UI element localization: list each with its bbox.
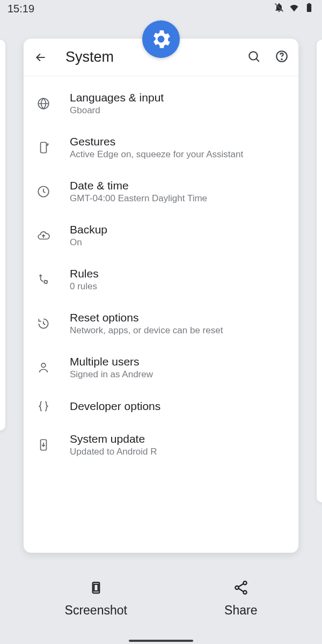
- braces-icon: [35, 399, 52, 413]
- item-texts: Reset optionsNetwork, apps, or device ca…: [70, 311, 287, 336]
- svg-point-9: [45, 281, 47, 283]
- item-texts: Developer options: [70, 400, 287, 413]
- rules-icon: [35, 273, 52, 287]
- share-icon: [233, 580, 249, 599]
- phone-down-icon: [35, 438, 52, 452]
- settings-item-multiple-users[interactable]: Multiple usersSigned in as Andrew: [24, 346, 298, 390]
- settings-item-date-time[interactable]: Date & timeGMT-04:00 Eastern Daylight Ti…: [24, 170, 298, 214]
- settings-item-backup[interactable]: BackupOn: [24, 214, 298, 258]
- settings-item-languages-input[interactable]: Languages & inputGboard: [24, 82, 298, 126]
- item-label: Rules: [70, 267, 287, 280]
- settings-app-icon: [142, 20, 180, 58]
- next-card-peek[interactable]: [317, 40, 322, 502]
- nav-handle[interactable]: [129, 640, 193, 642]
- help-button[interactable]: [275, 49, 289, 65]
- item-label: Backup: [70, 223, 287, 236]
- item-texts: Rules0 rules: [70, 267, 287, 292]
- history-icon: [35, 317, 52, 331]
- settings-item-reset-options[interactable]: Reset optionsNetwork, apps, or device ca…: [24, 302, 298, 346]
- item-subtitle: Signed in as Andrew: [70, 369, 287, 380]
- screenshot-button[interactable]: Screenshot: [65, 580, 127, 618]
- battery-icon: [304, 2, 314, 16]
- recents-actions: Screenshot Share: [0, 569, 322, 628]
- screenshot-label: Screenshot: [65, 603, 127, 618]
- person-icon: [35, 361, 52, 375]
- back-button[interactable]: [33, 50, 48, 65]
- item-subtitle: Active Edge on, squeeze for your Assista…: [70, 149, 287, 160]
- item-texts: Date & timeGMT-04:00 Eastern Daylight Ti…: [70, 179, 287, 204]
- wifi-icon: [289, 2, 299, 16]
- item-label: Languages & input: [70, 91, 287, 104]
- svg-rect-6: [41, 142, 47, 153]
- system-settings-card: System Languages & inputGboardGesturesAc…: [24, 39, 298, 553]
- status-time: 15:19: [8, 3, 34, 15]
- screenshot-icon: [88, 580, 104, 599]
- item-subtitle: Gboard: [70, 105, 287, 116]
- status-icons: [274, 2, 314, 16]
- recents-stack: System Languages & inputGboardGesturesAc…: [0, 39, 322, 553]
- previous-card-peek[interactable]: [0, 40, 5, 430]
- item-subtitle: Network, apps, or device can be reset: [70, 325, 287, 336]
- item-label: Multiple users: [70, 355, 287, 368]
- svg-point-4: [281, 58, 282, 59]
- svg-rect-13: [94, 584, 98, 591]
- cloud-up-icon: [35, 229, 52, 243]
- item-texts: System updateUpdated to Android R: [70, 433, 287, 457]
- settings-list: Languages & inputGboardGesturesActive Ed…: [24, 76, 298, 553]
- item-texts: BackupOn: [70, 223, 287, 248]
- item-label: System update: [70, 433, 287, 445]
- phone-icon: [35, 141, 52, 155]
- svg-point-2: [249, 52, 257, 60]
- svg-point-7: [47, 144, 48, 144]
- clock-icon: [35, 185, 52, 199]
- item-label: Reset options: [70, 311, 287, 324]
- item-subtitle: 0 rules: [70, 281, 287, 292]
- item-subtitle: Updated to Android R: [70, 447, 287, 457]
- settings-item-system-update[interactable]: System updateUpdated to Android R: [24, 423, 298, 467]
- status-bar: 15:19: [0, 0, 322, 17]
- item-texts: Languages & inputGboard: [70, 91, 287, 116]
- globe-icon: [35, 97, 52, 111]
- item-texts: GesturesActive Edge on, squeeze for your…: [70, 135, 287, 160]
- dnd-icon: [274, 2, 284, 16]
- share-button[interactable]: Share: [224, 580, 257, 618]
- item-texts: Multiple usersSigned in as Andrew: [70, 355, 287, 380]
- settings-item-developer-options[interactable]: Developer options: [24, 390, 298, 423]
- item-subtitle: On: [70, 237, 287, 248]
- settings-item-rules[interactable]: Rules0 rules: [24, 258, 298, 302]
- item-label: Date & time: [70, 179, 287, 192]
- item-label: Developer options: [70, 400, 287, 413]
- settings-item-gestures[interactable]: GesturesActive Edge on, squeeze for your…: [24, 126, 298, 170]
- svg-point-10: [41, 363, 46, 368]
- item-label: Gestures: [70, 135, 287, 148]
- item-subtitle: GMT-04:00 Eastern Daylight Time: [70, 193, 287, 204]
- share-label: Share: [224, 603, 257, 618]
- search-button[interactable]: [247, 49, 261, 65]
